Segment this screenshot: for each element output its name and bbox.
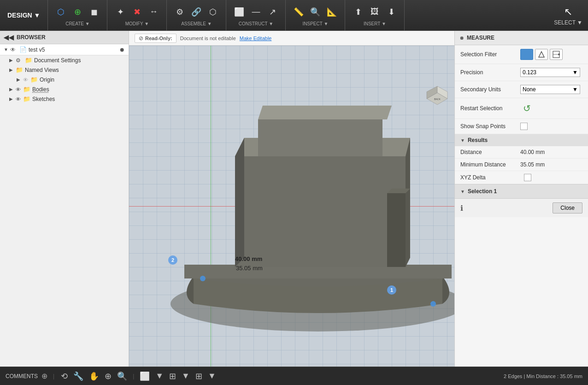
restart-selection-label: Restart Selection [460, 105, 520, 112]
inspect-icon-3[interactable]: 📐 [324, 5, 339, 19]
tool-icon-1[interactable]: ⟲ [60, 370, 69, 382]
construct-icon-1[interactable]: ⬜ [232, 5, 247, 19]
selection-filter-row: Selection Filter [455, 45, 588, 64]
tree-arrow-bodies[interactable]: ▶ [9, 87, 16, 92]
toolbar-section-modify: ✦ ✖ ↔ MODIFY ▼ [107, 0, 167, 30]
selection-filter-label: Selection Filter [460, 51, 520, 58]
tool-icon-2[interactable]: 🔧 [72, 370, 84, 382]
make-editable-button[interactable]: Make Editable [240, 36, 272, 41]
assemble-icon-1[interactable]: ⚙ [172, 5, 187, 19]
panel-dropdown[interactable]: ▼ [207, 370, 217, 382]
secondary-units-select[interactable]: None ▼ [520, 85, 580, 94]
modify-icon-2[interactable]: ✖ [129, 5, 144, 19]
show-snap-label: Show Snap Points [460, 123, 520, 130]
view-cube[interactable]: BACK [424, 83, 450, 108]
create-icon-3[interactable]: ◼ [87, 5, 101, 19]
filter-btn-face[interactable] [535, 49, 548, 60]
tree-arrow-sketches[interactable]: ▶ [9, 96, 16, 101]
model-svg [166, 101, 454, 332]
eye-icon-sketches[interactable]: 👁 [16, 96, 23, 102]
results-section-header[interactable]: ▼ Results [455, 134, 588, 146]
svg-marker-7 [387, 193, 406, 267]
modify-icon-1[interactable]: ✦ [113, 5, 128, 19]
tree-item-root[interactable]: ▼ 👁 📄 test v5 ⏺ [0, 44, 129, 55]
measure-panel: ⏺ MEASURE Selection Filter Precision [454, 31, 588, 385]
tree-arrow-doc[interactable]: ▶ [9, 58, 16, 63]
select-label[interactable]: SELECT ▼ [554, 19, 582, 26]
grid-dropdown[interactable]: ▼ [181, 370, 191, 382]
close-button[interactable]: Close [553, 202, 582, 213]
tree-label-sketches: Sketches [32, 96, 125, 102]
insert-icon-1[interactable]: ⬆ [351, 5, 365, 19]
point-label-2: 2 [168, 255, 177, 265]
browser-collapse-icon[interactable]: ◀◀ [4, 34, 14, 41]
record-icon[interactable]: ⏺ [119, 47, 125, 53]
comments-label[interactable]: COMMENTS [6, 373, 38, 379]
inspect-icon-1[interactable]: 📏 [291, 5, 306, 19]
inspect-label[interactable]: INSPECT ▼ [303, 21, 329, 26]
precision-select[interactable]: 0.123 ▼ [520, 68, 580, 77]
eye-icon-bodies[interactable]: 👁 [16, 87, 23, 92]
panel-icon[interactable]: ⊞ [194, 370, 203, 382]
tool-icon-5[interactable]: 🔍 [116, 370, 128, 382]
results-triangle-icon: ▼ [460, 138, 465, 143]
create-icon-2[interactable]: ⊕ [70, 5, 85, 19]
modify-icon-3[interactable]: ↔ [146, 5, 161, 19]
xyz-delta-checkbox[interactable] [524, 174, 531, 181]
info-icon[interactable]: ℹ [460, 204, 463, 213]
display-dropdown[interactable]: ▼ [154, 370, 165, 382]
tree-arrow-named[interactable]: ▶ [9, 67, 16, 72]
modify-label[interactable]: MODIFY ▼ [125, 21, 149, 26]
selection-section-header[interactable]: ▼ Selection 1 [455, 184, 588, 198]
viewport[interactable]: 40.00 mm 35.05 mm 2 1 BACK [129, 46, 454, 367]
design-button[interactable]: DESIGN ▼ [0, 0, 48, 30]
folder-icon-origin: 📁 [30, 76, 40, 83]
tree-arrow-origin[interactable]: ▶ [17, 77, 23, 82]
tree-item-origin[interactable]: ▶ 👁 📁 Origin [0, 75, 129, 84]
model-container [166, 101, 454, 332]
assemble-icon-3[interactable]: ⬡ [206, 5, 220, 19]
svg-marker-9 [258, 119, 382, 156]
measure-title: MEASURE [467, 35, 494, 41]
results-section-label: Results [468, 137, 488, 143]
min-distance-row: Minimum Distance 35.05 mm [455, 159, 588, 171]
create-label[interactable]: CREATE ▼ [65, 21, 90, 26]
eye-icon-origin[interactable]: 👁 [23, 77, 30, 83]
show-snap-checkbox[interactable] [520, 123, 528, 130]
folder-icon-bodies: 📁 [23, 86, 32, 93]
svg-point-13 [430, 301, 436, 307]
tree-item-sketches[interactable]: ▶ 👁 📁 Sketches [0, 94, 129, 104]
construct-icon-3[interactable]: ↗ [265, 5, 280, 19]
add-comment-icon[interactable]: ⊕ [41, 372, 47, 380]
create-icon-1[interactable]: ⬡ [53, 5, 68, 19]
construct-label[interactable]: CONSTRUCT ▼ [239, 21, 273, 26]
assemble-label[interactable]: ASSEMBLE ▼ [181, 21, 212, 26]
folder-icon-named: 📁 [16, 66, 25, 73]
inspect-icon-2[interactable]: 🔍 [308, 5, 323, 19]
tree-item-doc-settings[interactable]: ▶ ⚙ 📁 Document Settings [0, 55, 129, 65]
measure-distance: 40.00 mm [235, 255, 262, 262]
tree-arrow-root[interactable]: ▼ [4, 47, 10, 52]
min-distance-value: 35.05 mm [520, 161, 545, 168]
point-label-1: 1 [387, 285, 396, 295]
tool-icon-4[interactable]: ⊕ [104, 370, 112, 382]
assemble-icon-2[interactable]: 🔗 [189, 5, 204, 19]
insert-icon-2[interactable]: 🖼 [367, 5, 382, 19]
precision-value: 0.123 [523, 69, 536, 76]
tree-label-root: test v5 [29, 47, 119, 53]
construct-icon-2[interactable]: — [248, 5, 263, 19]
tool-icon-3[interactable]: ✋ [88, 370, 100, 382]
filter-btn-solid[interactable] [520, 49, 533, 60]
restart-selection-button[interactable]: ↺ [520, 102, 533, 115]
eye-icon[interactable]: 👁 [10, 47, 19, 53]
tree-item-named-views[interactable]: ▶ 📁 Named Views [0, 65, 129, 75]
filter-btn-edge[interactable] [550, 49, 563, 60]
grid-icon[interactable]: ⊞ [168, 370, 177, 382]
insert-icon-3[interactable]: ⬇ [384, 5, 399, 19]
toolbar-section-create: ⬡ ⊕ ◼ CREATE ▼ [48, 0, 107, 30]
display-icon[interactable]: ⬜ [139, 370, 151, 382]
select-icon[interactable]: ↖ [561, 5, 576, 19]
insert-label[interactable]: INSERT ▼ [364, 21, 386, 26]
tree-item-bodies[interactable]: ▶ 👁 📁 Bodies [0, 84, 129, 94]
tree-label-origin: Origin [40, 77, 125, 83]
